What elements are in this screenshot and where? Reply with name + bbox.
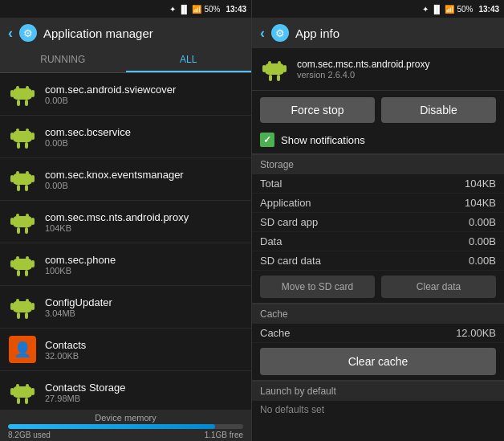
storage-total-row: Total 104KB	[252, 174, 504, 194]
storage-application-value: 104KB	[465, 197, 496, 209]
list-item[interactable]: 👤 Contacts 32.00KB	[0, 329, 251, 371]
back-button[interactable]: ‹	[8, 25, 13, 42]
app-icon	[8, 250, 37, 279]
app-size: 0.00B	[45, 96, 243, 105]
svg-rect-30	[13, 259, 32, 270]
clear-cache-button[interactable]: Clear cache	[260, 348, 496, 375]
battery-text: 50%	[204, 5, 220, 14]
app-info: ConfigUpdater 3.04MB	[45, 296, 243, 318]
disable-button[interactable]: Disable	[381, 97, 496, 123]
storage-data-label: Data	[260, 235, 282, 247]
svg-rect-10	[10, 133, 14, 140]
list-item[interactable]: com.sec.phone 100KB	[0, 243, 251, 286]
app-manager-header: ‹ ⚙ Application manager	[0, 18, 251, 48]
settings-icon: ⚙	[19, 24, 37, 42]
notifications-checkbox[interactable]: ✓	[260, 133, 274, 147]
svg-rect-23	[13, 216, 32, 227]
storage-action-buttons: Move to SD card Clear data	[252, 271, 504, 304]
memory-progress-bar	[8, 424, 243, 429]
storage-sdapp-label: SD card app	[260, 216, 318, 228]
list-item[interactable]: Contacts Storage 27.98MB	[0, 371, 251, 410]
storage-total-value: 104KB	[465, 178, 496, 190]
svg-rect-34	[25, 270, 28, 276]
svg-rect-41	[25, 312, 28, 319]
app-name: com.sec.knox.eventsmanager	[45, 169, 243, 181]
right-panel: ✦ ▐▌ 📶 50% 13:43 ‹ ⚙ App info com.sec.ms…	[252, 0, 504, 441]
app-info: com.sec.bcservice 0.00B	[45, 126, 243, 148]
list-item[interactable]: com.sec.knox.eventsmanager 0.00B	[0, 158, 251, 201]
cache-section-header: Cache	[252, 304, 504, 324]
clear-data-button[interactable]: Clear data	[381, 276, 496, 298]
svg-rect-13	[25, 142, 28, 149]
contacts-app-icon: 👤	[9, 336, 36, 363]
app-icon	[8, 122, 37, 151]
storage-data-row: Data 0.00B	[252, 232, 504, 251]
storage-sddata-value: 0.00B	[469, 255, 496, 267]
app-icon	[8, 165, 37, 194]
app-size: 104KB	[45, 223, 243, 233]
back-button[interactable]: ‹	[260, 25, 265, 42]
list-item[interactable]: ConfigUpdater 3.04MB	[0, 286, 251, 329]
device-memory-label: Device memory	[8, 413, 243, 423]
app-size: 27.98MB	[45, 394, 243, 403]
cache-row: Cache 12.00KB	[252, 324, 504, 343]
package-app-icon	[260, 55, 289, 84]
app-package-info: com.sec.msc.nts.android.proxy version 2.…	[252, 48, 504, 91]
tab-running[interactable]: RUNNING	[0, 48, 126, 72]
app-name: com.sec.android.sviewcover	[45, 84, 243, 96]
app-info: Contacts 32.00KB	[45, 339, 243, 361]
svg-rect-19	[17, 185, 20, 191]
list-item[interactable]: com.sec.msc.nts.android.proxy 104KB	[0, 201, 251, 243]
app-size: 3.04MB	[45, 308, 243, 318]
memory-labels: 8.2GB used 1.1GB free	[8, 431, 243, 439]
list-item[interactable]: com.sec.bcservice 0.00B	[0, 116, 251, 158]
svg-rect-20	[25, 185, 28, 191]
left-panel: ✦ ▐▌ 📶 50% 13:43 ‹ ⚙ Application manager…	[0, 0, 252, 441]
app-package-text: com.sec.msc.nts.android.proxy version 2.…	[297, 59, 429, 80]
svg-rect-55	[277, 75, 280, 81]
svg-rect-16	[13, 174, 32, 185]
svg-rect-53	[283, 65, 287, 72]
svg-rect-5	[17, 100, 20, 106]
right-time: 13:43	[478, 5, 499, 14]
svg-rect-33	[17, 270, 20, 276]
app-icon: 👤	[8, 335, 37, 364]
list-item[interactable]: com.sec.android.sviewcover 0.00B	[0, 73, 251, 116]
bluetooth-icon: ✦	[169, 5, 176, 14]
tab-all[interactable]: ALL	[126, 48, 252, 72]
app-name: com.sec.phone	[45, 254, 243, 266]
wifi-icon: 📶	[445, 5, 454, 14]
svg-rect-38	[10, 303, 14, 310]
device-memory-section: Device memory 8.2GB used 1.1GB free	[0, 410, 251, 441]
app-info-header: ‹ ⚙ App info	[252, 18, 504, 48]
show-notifications-row[interactable]: ✓ Show notifications	[252, 129, 504, 154]
storage-sdapp-value: 0.00B	[469, 216, 496, 228]
signal-icon: ▐▌	[178, 5, 189, 14]
app-version: version 2.6.4.0	[297, 70, 429, 80]
signal-icon: ▐▌	[431, 5, 442, 14]
cache-label: Cache	[260, 327, 291, 339]
app-name: com.sec.msc.nts.android.proxy	[45, 211, 243, 223]
memory-used: 8.2GB used	[8, 431, 51, 439]
wifi-icon: 📶	[192, 5, 201, 14]
storage-data-value: 0.00B	[469, 235, 496, 247]
app-info: com.sec.knox.eventsmanager 0.00B	[45, 169, 243, 190]
move-to-sd-button[interactable]: Move to SD card	[260, 276, 375, 298]
svg-rect-12	[17, 142, 20, 149]
app-list-tabs: RUNNING ALL	[0, 48, 251, 73]
app-icon	[8, 207, 37, 236]
svg-rect-27	[25, 227, 28, 234]
app-name: ConfigUpdater	[45, 296, 243, 308]
storage-application-label: Application	[260, 197, 311, 209]
svg-rect-39	[31, 303, 35, 310]
svg-rect-37	[13, 301, 32, 312]
app-package-name: com.sec.msc.nts.android.proxy	[297, 59, 429, 70]
force-stop-button[interactable]: Force stop	[260, 97, 375, 123]
svg-rect-2	[13, 88, 32, 100]
app-size: 100KB	[45, 266, 243, 276]
svg-rect-4	[31, 90, 35, 97]
svg-rect-9	[13, 131, 32, 142]
svg-rect-6	[25, 100, 28, 106]
svg-rect-46	[31, 388, 35, 395]
battery-text: 50%	[457, 5, 473, 14]
